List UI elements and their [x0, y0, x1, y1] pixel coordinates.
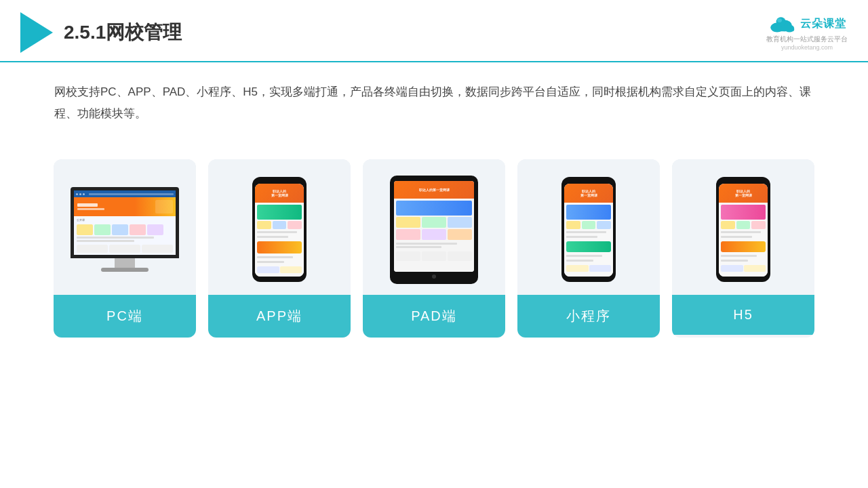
tablet-mockup: 职达人的第一堂网课: [390, 176, 478, 284]
card-miniprogram-image: 职达人的第一堂网课: [517, 159, 660, 295]
card-pad-label: PAD端: [363, 295, 505, 338]
card-pc-label: PC端: [54, 295, 196, 338]
page-header: 2.5.1网校管理 云朵课堂 教育机构一站式服务云平台 yunduoketang…: [0, 0, 868, 62]
card-h5-label: H5: [672, 295, 814, 335]
card-miniprogram: 职达人的第一堂网课: [517, 159, 660, 338]
description-text: 网校支持PC、APP、PAD、小程序、H5，实现多端打通，产品各终端自由切换，数…: [0, 62, 868, 132]
card-h5: 职达人的第一堂网课: [672, 159, 814, 338]
card-pad: 职达人的第一堂网课: [363, 159, 505, 338]
phone-body-h5: 职达人的第一堂网课: [716, 177, 770, 282]
phone-mockup-h5: 职达人的第一堂网课: [716, 177, 770, 282]
tablet-body: 职达人的第一堂网课: [390, 176, 478, 284]
brand-name: 云朵课堂: [800, 17, 846, 31]
header-right: 云朵课堂 教育机构一站式服务云平台 yunduoketang.com: [766, 14, 848, 51]
card-pc: 公开课: [54, 159, 196, 338]
page-title: 2.5.1网校管理: [64, 20, 182, 45]
description-content: 网校支持PC、APP、PAD、小程序、H5，实现多端打通，产品各终端自由切换，数…: [54, 85, 811, 120]
monitor-screen: 公开课: [71, 187, 179, 258]
phone-body-mini: 职达人的第一堂网课: [561, 177, 616, 282]
svg-point-5: [777, 18, 782, 22]
logo-triangle-icon: [20, 12, 53, 53]
monitor-mockup: 公开课: [71, 187, 179, 272]
brand-url: yunduoketang.com: [781, 44, 833, 51]
brand-logo: 云朵课堂: [768, 14, 846, 33]
phone-mockup-app: 职达人的第一堂网课: [252, 177, 307, 282]
card-h5-image: 职达人的第一堂网课: [672, 159, 814, 295]
svg-rect-3: [772, 28, 794, 32]
header-left: 2.5.1网校管理: [20, 12, 182, 53]
card-pc-image: 公开课: [54, 159, 196, 295]
card-app-image: 职达人的第一堂网课: [208, 159, 351, 295]
phone-body-app: 职达人的第一堂网课: [252, 177, 307, 282]
card-miniprogram-label: 小程序: [517, 295, 660, 338]
cloud-icon: [768, 14, 796, 33]
card-app: 职达人的第一堂网课: [208, 159, 351, 338]
card-pad-image: 职达人的第一堂网课: [363, 159, 505, 295]
phone-mockup-mini: 职达人的第一堂网课: [561, 177, 616, 282]
brand-slogan: 教育机构一站式服务云平台: [766, 35, 848, 44]
cards-container: 公开课: [0, 139, 868, 338]
card-app-label: APP端: [208, 295, 351, 338]
